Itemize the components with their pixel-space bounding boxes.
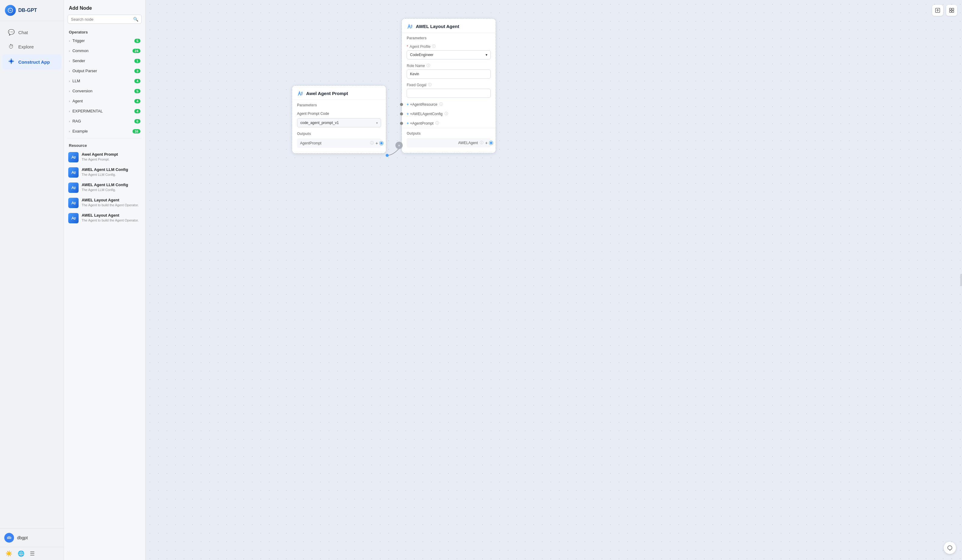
sidebar-bottom-icons: ☀️ 🌐 ☰ (0, 547, 64, 560)
node-header: Awel Agent Prompt (292, 86, 386, 100)
operator-badge: 24 (132, 49, 140, 53)
operator-rag[interactable]: › RAG 6 (64, 116, 145, 126)
resource-name: Awel Agent Prompt (82, 152, 118, 157)
chat-bubble-icon (947, 545, 953, 551)
settings-button[interactable] (946, 5, 957, 16)
svg-rect-6 (949, 8, 951, 10)
search-box[interactable]: 🔍 (68, 15, 142, 24)
operator-name: Sender (73, 58, 134, 63)
resource-awel-layout-agent-2[interactable]: AWEL Layout Agent The Agent to build the… (64, 211, 145, 226)
sidebar-item-chat[interactable]: 💬 Chat (2, 25, 61, 39)
connection-delete-button[interactable]: × (395, 142, 403, 149)
plus-icon[interactable]: + (376, 141, 378, 146)
panel-title: Add Node (64, 0, 145, 15)
operator-llm[interactable]: › LLM 4 (64, 76, 145, 86)
role-name-label: Role Name (407, 64, 425, 68)
plus-icon: + (407, 112, 409, 116)
input-port[interactable] (400, 103, 403, 106)
operator-badge: 4 (134, 79, 140, 83)
operator-sender[interactable]: › Sender 1 (64, 56, 145, 66)
operator-experimental[interactable]: › EXPERIMENTAL 4 (64, 106, 145, 116)
info-icon: ⓘ (370, 140, 374, 146)
operator-trigger[interactable]: › Trigger 5 (64, 36, 145, 46)
agent-profile-dropdown[interactable]: CodeEngineer ▾ (407, 50, 491, 60)
svg-rect-9 (952, 11, 954, 13)
plus-icon[interactable]: + (485, 140, 488, 145)
fixed-gogal-input[interactable] (407, 89, 491, 98)
resource-awel-llm-config-1[interactable]: AWEL Agent LLM Config The Agent LLM Conf… (64, 165, 145, 180)
menu-icon[interactable]: ☰ (30, 550, 35, 557)
required-star: * (407, 45, 408, 49)
canvas-toolbar (932, 5, 957, 16)
chevron-icon: › (69, 99, 70, 103)
chevron-down-icon: ▾ (376, 121, 378, 124)
addable-label: +AgentPrompt (410, 121, 434, 126)
resource-section-label: Resource (64, 140, 145, 150)
resource-awel-llm-config-2[interactable]: AWEL Agent LLM Config The Agent LLM Conf… (64, 180, 145, 195)
operator-name: Output Parser (73, 69, 134, 73)
operator-name: EXPERIMENTAL (73, 109, 134, 113)
resource-name: AWEL Layout Agent (82, 213, 139, 218)
awel-layout-agent-node: AWEL Layout Agent Parameters * Agent Pro… (402, 18, 496, 153)
operator-name: Conversion (73, 89, 134, 93)
resource-icon (68, 198, 79, 208)
operator-badge: 5 (134, 89, 140, 93)
add-awel-agent-config[interactable]: + +AWELAgentConfig ⓘ (402, 109, 496, 118)
construct-icon (8, 58, 15, 66)
sidebar-item-label: Construct App (18, 60, 50, 65)
input-port[interactable] (400, 122, 403, 125)
chevron-icon: › (69, 79, 70, 83)
export-button[interactable] (932, 5, 943, 16)
sidebar-item-explore[interactable]: ⏱ Explore (2, 40, 61, 53)
params-label: Parameters (402, 33, 496, 42)
addable-label: +AgentResource (410, 102, 437, 107)
canvas[interactable]: × Awel Agent Prompt Parameters Agent Pro… (145, 0, 962, 560)
outputs-title: Outputs (407, 131, 491, 136)
operator-badge: 3 (134, 69, 140, 73)
operator-badge: 4 (134, 109, 140, 113)
node-body: Parameters * Agent Profile ⓘ CodeEnginee… (402, 33, 496, 153)
outputs-title: Outputs (297, 132, 381, 136)
search-input[interactable] (71, 17, 131, 22)
input-port[interactable] (400, 113, 403, 115)
operator-name: Example (73, 129, 132, 134)
canvas-chat-area (944, 542, 956, 554)
operator-output-parser[interactable]: › Output Parser 3 (64, 66, 145, 76)
sidebar-item-construct[interactable]: Construct App (2, 54, 61, 70)
output-port[interactable] (489, 141, 493, 145)
operator-badge: 16 (132, 129, 140, 134)
resource-name: AWEL Agent LLM Config (82, 167, 128, 172)
resource-name: AWEL Agent LLM Config (82, 182, 128, 187)
operator-badge: 5 (134, 39, 140, 43)
add-agent-prompt[interactable]: + +AgentPrompt ⓘ (402, 118, 496, 128)
role-name-row: Role Name ⓘ (402, 61, 496, 81)
sidebar: DB-GPT 💬 Chat ⏱ Explore Construct App db… (0, 0, 64, 560)
chevron-icon: › (69, 49, 70, 53)
operator-agent[interactable]: › Agent 4 (64, 96, 145, 106)
chat-icon: 💬 (8, 29, 15, 36)
right-edge-indicator (960, 274, 962, 286)
operator-badge: 4 (134, 99, 140, 103)
dropdown-value: CodeEngineer (410, 53, 434, 57)
resource-awel-layout-agent-1[interactable]: AWEL Layout Agent The Agent to build the… (64, 195, 145, 211)
operator-conversion[interactable]: › Conversion 5 (64, 86, 145, 96)
add-agent-resource[interactable]: + +AgentResource ⓘ (402, 100, 496, 109)
operator-example[interactable]: › Example 16 (64, 126, 145, 136)
agent-prompt-code-select[interactable]: code_agent_prompt_v1 ▾ (297, 118, 381, 127)
chat-bubble-button[interactable] (944, 542, 956, 554)
operator-common[interactable]: › Common 24 (64, 46, 145, 56)
sidebar-item-label: Chat (18, 30, 28, 35)
info-icon: ⓘ (444, 111, 448, 116)
theme-icon[interactable]: ☀️ (5, 550, 12, 557)
node-logo (407, 23, 413, 29)
node-header: AWEL Layout Agent (402, 19, 496, 33)
output-port[interactable] (379, 141, 383, 145)
node-logo (297, 90, 304, 97)
role-name-input[interactable] (407, 69, 491, 79)
output-row: AgentPrompt ⓘ + (297, 138, 381, 148)
resource-icon (68, 213, 79, 223)
language-icon[interactable]: 🌐 (18, 550, 24, 557)
info-icon: ⓘ (428, 82, 432, 87)
user-avatar-area[interactable]: db dbgpt (0, 528, 64, 547)
resource-awel-agent-prompt[interactable]: Awel Agent Prompt The Agent Prompt. (64, 150, 145, 165)
